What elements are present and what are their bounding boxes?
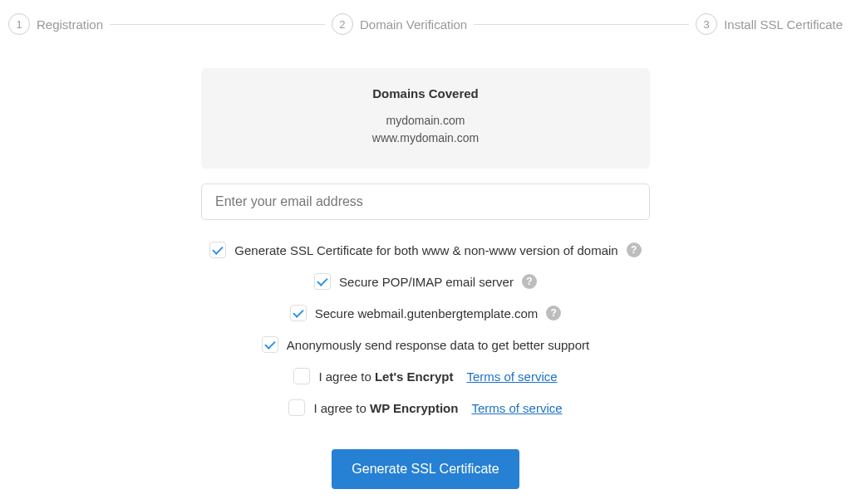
option-label: Generate SSL Certificate for both www & … (234, 243, 617, 257)
step-label: Domain Verification (360, 17, 467, 32)
option-label: Anonymously send response data to get be… (287, 338, 589, 352)
option-webmail[interactable]: Secure webmail.gutenbergtemplate.com ? (290, 305, 561, 321)
step-registration: 1 Registration (8, 13, 103, 35)
checkbox-icon[interactable] (314, 273, 331, 290)
step-number: 3 (696, 13, 717, 35)
domains-covered-card: Domains Covered mydomain.com www.mydomai… (201, 68, 650, 169)
step-divider (474, 24, 689, 25)
checkbox-icon[interactable] (288, 399, 305, 416)
step-domain-verification: 2 Domain Verification (332, 13, 467, 35)
domain-item: mydomain.com (218, 112, 633, 130)
option-anonymous-data[interactable]: Anonymously send response data to get be… (262, 336, 589, 353)
help-icon[interactable]: ? (522, 274, 537, 289)
stepper: 1 Registration 2 Domain Verification 3 I… (0, 0, 851, 35)
option-label: Secure POP/IMAP email server (339, 275, 514, 289)
option-label: I agree to WP Encryption (313, 401, 458, 415)
option-agree-wpencryption[interactable]: I agree to WP Encryption Terms of servic… (288, 399, 562, 416)
options-list: Generate SSL Certificate for both www & … (201, 242, 650, 416)
submit-wrap: Generate SSL Certificate (201, 449, 650, 489)
option-label: I agree to Let's Encrypt (318, 369, 453, 384)
domain-item: www.mydomain.com (218, 130, 633, 147)
option-www-both[interactable]: Generate SSL Certificate for both www & … (209, 242, 641, 258)
terms-link-letsencrypt[interactable]: Terms of service (466, 369, 557, 384)
domains-covered-title: Domains Covered (218, 86, 633, 100)
step-label: Registration (37, 17, 103, 32)
checkbox-icon[interactable] (293, 368, 310, 384)
option-agree-letsencrypt[interactable]: I agree to Let's Encrypt Terms of servic… (293, 368, 557, 384)
step-divider (110, 24, 325, 25)
checkbox-icon[interactable] (290, 305, 307, 321)
step-install-ssl: 3 Install SSL Certificate (696, 13, 843, 35)
step-label: Install SSL Certificate (724, 17, 843, 32)
generate-ssl-button[interactable]: Generate SSL Certificate (332, 449, 519, 489)
checkbox-icon[interactable] (262, 336, 278, 353)
help-icon[interactable]: ? (627, 242, 642, 257)
email-input[interactable] (201, 183, 650, 220)
option-pop-imap[interactable]: Secure POP/IMAP email server ? (314, 273, 537, 290)
step-number: 2 (332, 13, 353, 35)
terms-link-wpencryption[interactable]: Terms of service (471, 401, 562, 415)
main-content: Domains Covered mydomain.com www.mydomai… (201, 68, 650, 489)
checkbox-icon[interactable] (209, 242, 226, 258)
step-number: 1 (8, 13, 30, 35)
option-label: Secure webmail.gutenbergtemplate.com (315, 306, 538, 321)
help-icon[interactable]: ? (546, 306, 561, 321)
